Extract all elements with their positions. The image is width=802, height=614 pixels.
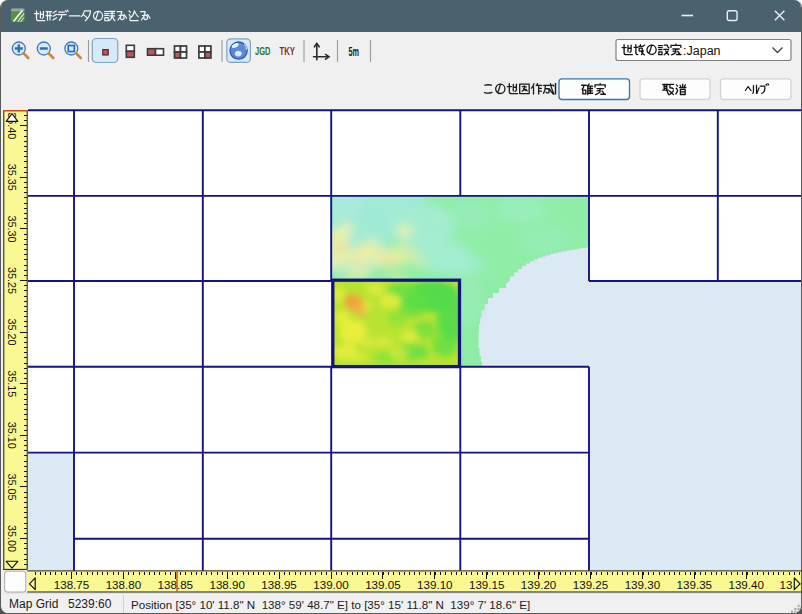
svg-text:139.20: 139.20 <box>521 578 556 591</box>
svg-text:35.10: 35.10 <box>6 422 18 449</box>
svg-text:138.80: 138.80 <box>106 578 141 591</box>
svg-text:138.75: 138.75 <box>54 578 89 591</box>
svg-text:139.30: 139.30 <box>625 578 660 591</box>
svg-text:35.05: 35.05 <box>6 473 18 500</box>
svg-text:35.30: 35.30 <box>6 215 18 242</box>
svg-text:139.00: 139.00 <box>313 578 348 591</box>
svg-text:35.15: 35.15 <box>6 370 18 397</box>
svg-text:139.05: 139.05 <box>365 578 400 591</box>
svg-text:139.15: 139.15 <box>469 578 504 591</box>
svg-text:35.00: 35.00 <box>6 525 18 552</box>
svg-text:138.95: 138.95 <box>261 578 296 591</box>
svg-text:35.20: 35.20 <box>6 319 18 346</box>
svg-text:139.40: 139.40 <box>728 578 763 591</box>
svg-text:35.25: 35.25 <box>6 267 18 294</box>
svg-text:138.90: 138.90 <box>209 578 244 591</box>
svg-text:139.25: 139.25 <box>573 578 608 591</box>
svg-text:139.35: 139.35 <box>677 578 712 591</box>
svg-text:139.10: 139.10 <box>417 578 452 591</box>
svg-text:138.85: 138.85 <box>158 578 193 591</box>
svg-text:35.35: 35.35 <box>6 164 18 191</box>
svg-text:13: 13 <box>780 578 793 591</box>
